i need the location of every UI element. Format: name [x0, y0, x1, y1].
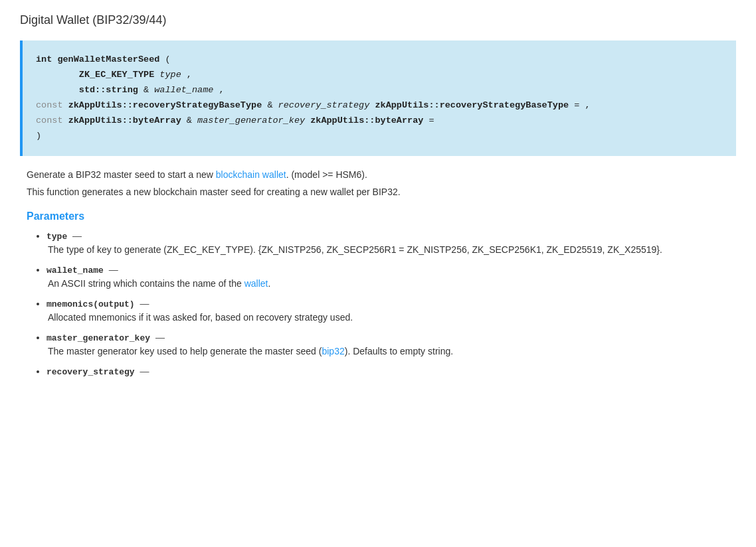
- param-dash-mnemonics: —: [140, 298, 149, 309]
- code-line-5: const zkAppUtils::byteArray & master_gen…: [36, 114, 723, 129]
- param-desc-type: The type of key to generate (ZK_EC_KEY_T…: [47, 244, 736, 255]
- wallet-link[interactable]: wallet: [244, 278, 268, 289]
- param-item-wallet-name: wallet_name — An ASCII string which cont…: [47, 264, 736, 289]
- description-line1: Generate a BIP32 master seed to start a …: [27, 169, 729, 180]
- description-line2: This function generates a new blockchain…: [27, 187, 729, 197]
- param-name-wallet-name: wallet_name: [47, 266, 104, 275]
- page-title: Digital Wallet (BIP32/39/44): [20, 13, 736, 27]
- param-desc-master-generator-key: The master generator key used to help ge…: [47, 346, 736, 356]
- blockchain-link-1[interactable]: blockchain wallet: [216, 169, 286, 180]
- param-dash-master-generator-key: —: [155, 332, 165, 343]
- code-block: int genWalletMasterSeed ( ZK_EC_KEY_TYPE…: [20, 40, 736, 156]
- param-name-type: type: [47, 232, 67, 242]
- param-dash-type: —: [72, 230, 82, 241]
- param-name-mnemonics: mnemonics(output): [47, 299, 135, 309]
- description-block: Generate a BIP32 master seed to start a …: [20, 169, 736, 197]
- param-item-type: type — The type of key to generate (ZK_E…: [47, 230, 736, 255]
- code-line-2: ZK_EC_KEY_TYPE type ,: [36, 68, 723, 83]
- param-name-master-generator-key: master_generator_key: [47, 333, 150, 343]
- param-name-recovery-strategy: recovery_strategy: [47, 367, 135, 377]
- code-line-4: const zkAppUtils::recoveryStrategyBaseTy…: [36, 98, 723, 114]
- param-item-mnemonics: mnemonics(output) — Allocated mnemonics …: [47, 298, 736, 323]
- parameters-section-title: Parameters: [27, 210, 729, 222]
- param-desc-mnemonics: Allocated mnemonics if it was asked for,…: [47, 312, 736, 323]
- param-dash-wallet-name: —: [109, 264, 118, 275]
- parameters-list: type — The type of key to generate (ZK_E…: [20, 230, 736, 377]
- param-item-master-generator-key: master_generator_key — The master genera…: [47, 332, 736, 356]
- param-desc-wallet-name: An ASCII string which contains the name …: [47, 278, 736, 289]
- code-line-1: int genWalletMasterSeed (: [36, 52, 723, 68]
- param-dash-recovery-strategy: —: [140, 366, 149, 376]
- param-item-recovery-strategy: recovery_strategy —: [47, 366, 736, 377]
- code-line-3: std::string & wallet_name ,: [36, 83, 723, 98]
- bip32-link[interactable]: bip32: [322, 346, 344, 356]
- code-line-6: ): [36, 129, 723, 144]
